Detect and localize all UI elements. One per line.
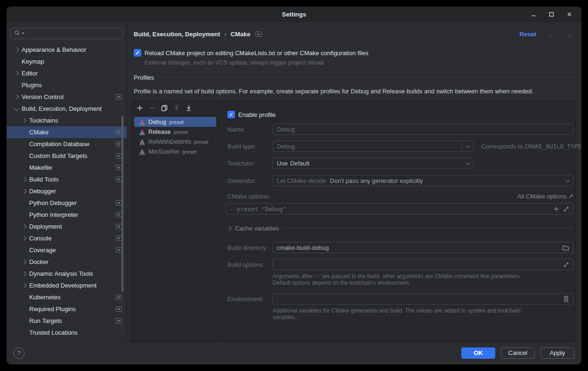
sidebar-item-custom-build-targets[interactable]: Custom Build Targets (7, 150, 127, 162)
project-settings-icon (116, 295, 122, 300)
chevron-right-icon (227, 226, 232, 231)
sidebar-item-build-execution-deployment[interactable]: Build, Execution, Deployment (7, 103, 127, 115)
cmake-icon-disabled (139, 139, 145, 145)
chevron-down-icon (466, 160, 470, 165)
window-controls (528, 7, 575, 22)
environment-input[interactable] (277, 296, 559, 303)
expand-field-icon[interactable] (563, 262, 569, 268)
settings-window: Settings Appearance & Behavior Keymap Ed… (7, 7, 581, 364)
cancel-button[interactable]: Cancel (501, 347, 535, 359)
sidebar-item-required-plugins[interactable]: Required Plugins (7, 303, 127, 315)
sidebar-item-debugger[interactable]: Debugger (7, 185, 127, 197)
chevron-down-icon (15, 107, 19, 111)
sidebar-item-compilation-database[interactable]: Compilation Database (7, 138, 127, 150)
expand-field-icon[interactable] (563, 206, 569, 212)
folder-icon[interactable] (562, 245, 569, 251)
chevron-right-icon (15, 71, 19, 76)
dialog-footer: ? OK Cancel Apply (7, 341, 581, 364)
sidebar-item-python-interpreter[interactable]: Python Interpreter (7, 209, 127, 221)
section-divider (283, 228, 573, 229)
sidebar-item-docker[interactable]: Docker (7, 256, 127, 268)
cmake-options-input[interactable] (230, 206, 549, 213)
cmake-options-label: CMake options: (227, 193, 270, 200)
sidebar-item-trusted-locations[interactable]: Trusted Locations (7, 327, 127, 338)
sidebar-item-run-targets[interactable]: Run Targets (7, 315, 127, 327)
profile-row-release[interactable]: Release preset (134, 127, 216, 137)
profiles-description: Profile is a named set of build options.… (134, 88, 576, 95)
profile-row-minsizerel[interactable]: MinSizeRel preset (134, 147, 216, 157)
sidebar-item-build-tools[interactable]: Build Tools (7, 173, 127, 185)
build-type-label: Build type: (227, 143, 273, 150)
sidebar-item-version-control[interactable]: Version Control (7, 91, 127, 103)
sidebar-item-coverage[interactable]: Coverage (7, 244, 127, 256)
environment-field-wrap (273, 293, 573, 305)
apply-button[interactable]: Apply (540, 347, 574, 359)
profiles-section-title: Profiles (134, 74, 154, 81)
history-forward-icon[interactable]: → (566, 30, 573, 38)
cmake-icon (139, 119, 145, 125)
sidebar-item-appearance-behavior[interactable]: Appearance & Behavior (7, 44, 127, 56)
help-icon[interactable]: ? (13, 347, 24, 359)
chevron-right-icon (22, 260, 27, 264)
chevron-right-icon (15, 95, 19, 99)
variables-list-icon[interactable] (563, 296, 569, 302)
generator-label: Generator: (227, 177, 273, 184)
sidebar-item-editor[interactable]: Editor (7, 67, 127, 79)
ok-button[interactable]: OK (461, 347, 495, 359)
sidebar-item-deployment[interactable]: Deployment (7, 221, 127, 232)
minimize-button[interactable] (528, 9, 539, 20)
maximize-button[interactable] (546, 9, 557, 20)
cache-variables-toggle[interactable]: Cache variables (219, 225, 575, 232)
sidebar-item-dynamic-analysis-tools[interactable]: Dynamic Analysis Tools (7, 268, 127, 280)
reload-cmake-label: Reload CMake project on editing CMakeLis… (145, 49, 368, 57)
move-down-button[interactable] (185, 104, 193, 112)
add-profile-button[interactable] (136, 104, 144, 112)
sidebar-item-kubernetes[interactable]: Kubernetes (7, 291, 127, 303)
sidebar-item-console[interactable]: Console (7, 232, 127, 244)
toolchain-select[interactable]: Use Default (273, 157, 474, 169)
sidebar-item-cmake[interactable]: CMake (7, 126, 127, 138)
profile-list-panel: Debug preset Release preset RelWithDebIn… (131, 101, 219, 342)
sidebar-scrollbar[interactable] (121, 115, 123, 292)
build-type-select[interactable]: Debug (273, 140, 474, 152)
sidebar-item-embedded-development[interactable]: Embedded Development (7, 280, 127, 291)
sidebar-item-plugins[interactable]: Plugins (7, 79, 127, 91)
build-directory-label: Build directory: (227, 244, 273, 251)
copy-profile-button[interactable] (161, 104, 168, 112)
sidebar-item-toolchains[interactable]: Toolchains (7, 115, 127, 126)
chevron-right-icon (22, 236, 27, 241)
profile-form: Enable profile Name: Build type: Debug (219, 101, 575, 342)
sidebar-item-python-debugger[interactable]: Python Debugger (7, 197, 127, 209)
settings-search-input[interactable] (10, 28, 123, 39)
history-back-icon[interactable]: ← (548, 30, 555, 38)
build-directory-field-wrap (273, 242, 573, 253)
all-cmake-options-link[interactable]: All CMake options ↗ (517, 193, 573, 200)
chevron-right-icon (22, 224, 27, 229)
breadcrumb: Build, Execution, Deployment › CMake Res… (134, 29, 576, 39)
chevron-right-icon (22, 118, 27, 123)
profile-row-debug[interactable]: Debug preset (134, 117, 216, 127)
name-input[interactable] (277, 126, 569, 133)
project-settings-icon (256, 32, 262, 37)
move-up-button[interactable] (173, 104, 180, 112)
generator-select[interactable]: Let CMake decide Don't pass any generato… (273, 175, 573, 186)
sidebar-item-makefile[interactable]: Makefile (7, 162, 127, 173)
project-settings-icon (116, 306, 122, 312)
add-option-icon[interactable] (553, 206, 559, 212)
name-field-wrap (273, 124, 573, 135)
breadcrumb-parent[interactable]: Build, Execution, Deployment (134, 31, 220, 38)
chevron-right-icon (15, 48, 19, 52)
sidebar-item-keymap[interactable]: Keymap (7, 56, 127, 67)
build-directory-input[interactable] (277, 244, 558, 251)
close-button[interactable] (564, 9, 575, 20)
chevron-right-icon (22, 272, 27, 276)
remove-profile-button[interactable] (148, 104, 156, 112)
reload-cmake-hint: External changes, such as VCS update, al… (145, 59, 576, 66)
profile-row-relwithdebinfo[interactable]: RelWithDebInfo preset (134, 137, 216, 147)
enable-profile-checkbox[interactable] (227, 111, 235, 118)
reload-cmake-checkbox[interactable] (134, 49, 141, 57)
build-options-input[interactable] (277, 261, 559, 268)
chevron-down-icon (466, 143, 470, 148)
reset-link[interactable]: Reset (520, 31, 536, 38)
settings-sidebar: Appearance & Behavior Keymap Editor Plug… (7, 22, 127, 341)
